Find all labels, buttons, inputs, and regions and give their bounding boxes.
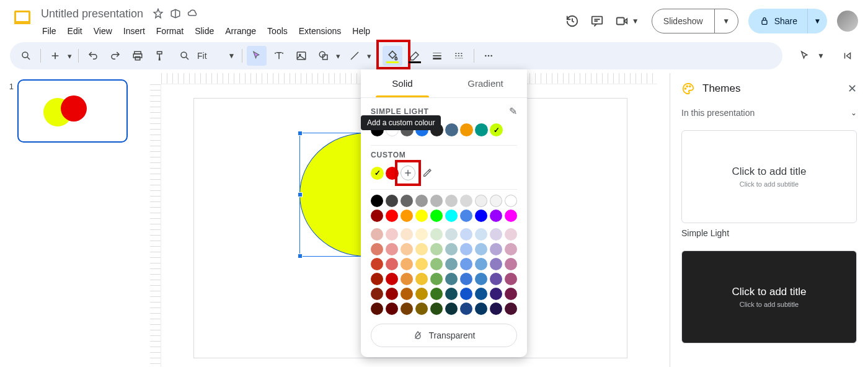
theme-color-swatch[interactable]: [490, 123, 503, 136]
new-slide-dropdown[interactable]: ▾: [65, 51, 74, 61]
line-button[interactable]: [345, 46, 365, 66]
palette-swatch[interactable]: [490, 228, 502, 241]
palette-swatch[interactable]: [445, 258, 458, 270]
add-custom-color-button[interactable]: [401, 166, 415, 180]
resize-handle-nw[interactable]: [298, 131, 303, 136]
eyedropper-button[interactable]: [420, 166, 435, 180]
palette-swatch[interactable]: [430, 288, 443, 300]
palette-swatch[interactable]: [401, 228, 413, 241]
menu-help[interactable]: Help: [347, 24, 375, 38]
palette-swatch[interactable]: [490, 258, 502, 270]
palette-swatch[interactable]: [505, 243, 517, 255]
palette-swatch[interactable]: [401, 195, 413, 207]
palette-swatch[interactable]: [460, 273, 472, 285]
textbox-button[interactable]: [269, 46, 289, 66]
slideshow-button[interactable]: Slideshow: [652, 9, 714, 33]
theme-color-swatch[interactable]: [445, 123, 458, 136]
zoom-dropdown[interactable]: ▼: [228, 51, 236, 60]
palette-swatch[interactable]: [401, 258, 413, 270]
theme-simple-light[interactable]: Click to add title Click to add subtitle: [681, 130, 857, 223]
redo-button[interactable]: [105, 46, 125, 66]
image-button[interactable]: [291, 46, 311, 66]
zoom-button[interactable]: [175, 46, 195, 66]
palette-swatch[interactable]: [460, 228, 472, 241]
palette-swatch[interactable]: [386, 243, 398, 255]
doc-title[interactable]: Untitled presentation: [37, 6, 147, 22]
tab-solid[interactable]: Solid: [361, 69, 444, 97]
print-button[interactable]: [128, 46, 148, 66]
menu-insert[interactable]: Insert: [118, 24, 150, 38]
palette-swatch[interactable]: [505, 288, 517, 300]
menu-edit[interactable]: Edit: [63, 24, 87, 38]
transparent-button[interactable]: Transparent: [371, 324, 517, 347]
palette-swatch[interactable]: [401, 288, 413, 300]
menu-extensions[interactable]: Extensions: [294, 24, 346, 38]
palette-swatch[interactable]: [445, 195, 458, 207]
palette-swatch[interactable]: [386, 273, 398, 285]
palette-swatch[interactable]: [415, 303, 428, 315]
menu-file[interactable]: File: [37, 24, 61, 38]
pointer-mode-dropdown[interactable]: ▼: [817, 51, 825, 60]
account-avatar[interactable]: [837, 11, 858, 32]
pointer-mode-button[interactable]: [795, 46, 815, 66]
palette-swatch[interactable]: [430, 273, 443, 285]
comments-icon[interactable]: [590, 14, 604, 29]
select-tool[interactable]: [247, 46, 267, 66]
paint-format-button[interactable]: [150, 46, 170, 66]
meet-dropdown[interactable]: ▼: [629, 14, 642, 29]
palette-swatch[interactable]: [460, 288, 472, 300]
palette-swatch[interactable]: [445, 288, 458, 300]
palette-swatch[interactable]: [430, 195, 443, 207]
palette-swatch[interactable]: [475, 258, 487, 270]
palette-swatch[interactable]: [401, 210, 413, 222]
palette-swatch[interactable]: [460, 258, 472, 270]
palette-swatch[interactable]: [415, 210, 428, 222]
theme-color-swatch[interactable]: [475, 123, 488, 136]
slideshow-dropdown[interactable]: ▼: [714, 9, 738, 33]
history-icon[interactable]: [565, 14, 580, 29]
undo-button[interactable]: [83, 46, 103, 66]
slide-thumbnail-1[interactable]: [17, 79, 128, 143]
palette-swatch[interactable]: [460, 243, 472, 255]
palette-swatch[interactable]: [371, 273, 383, 285]
menu-tools[interactable]: Tools: [262, 24, 293, 38]
palette-swatch[interactable]: [460, 195, 472, 207]
palette-swatch[interactable]: [490, 195, 502, 207]
palette-swatch[interactable]: [371, 228, 383, 241]
palette-swatch[interactable]: [371, 288, 383, 300]
palette-swatch[interactable]: [401, 273, 413, 285]
palette-swatch[interactable]: [445, 228, 458, 241]
palette-swatch[interactable]: [460, 303, 472, 315]
palette-swatch[interactable]: [415, 258, 428, 270]
palette-swatch[interactable]: [490, 243, 502, 255]
custom-color-swatch[interactable]: [371, 167, 384, 180]
shape-button[interactable]: [314, 46, 334, 66]
palette-swatch[interactable]: [475, 273, 487, 285]
close-themes-button[interactable]: ✕: [848, 82, 857, 95]
palette-swatch[interactable]: [415, 228, 428, 241]
palette-swatch[interactable]: [475, 303, 487, 315]
zoom-level[interactable]: Fit: [197, 51, 226, 61]
meet-icon[interactable]: [614, 14, 629, 29]
border-dash-button[interactable]: [450, 46, 469, 66]
palette-swatch[interactable]: [430, 228, 443, 241]
palette-swatch[interactable]: [386, 210, 398, 222]
theme-simple-dark[interactable]: Click to add title Click to add subtitle: [681, 250, 857, 343]
border-weight-button[interactable]: [427, 46, 447, 66]
hide-panel-button[interactable]: [837, 45, 858, 66]
palette-swatch[interactable]: [505, 195, 517, 207]
cloud-status-icon[interactable]: [187, 7, 199, 20]
palette-swatch[interactable]: [401, 243, 413, 255]
palette-swatch[interactable]: [445, 243, 458, 255]
palette-swatch[interactable]: [415, 273, 428, 285]
palette-swatch[interactable]: [445, 303, 458, 315]
palette-swatch[interactable]: [475, 288, 487, 300]
palette-swatch[interactable]: [475, 195, 487, 207]
palette-swatch[interactable]: [371, 210, 383, 222]
palette-swatch[interactable]: [445, 273, 458, 285]
palette-swatch[interactable]: [505, 273, 517, 285]
theme-color-swatch[interactable]: [460, 123, 473, 136]
palette-swatch[interactable]: [430, 243, 443, 255]
new-slide-button[interactable]: [45, 46, 65, 66]
border-color-button[interactable]: [405, 46, 425, 66]
